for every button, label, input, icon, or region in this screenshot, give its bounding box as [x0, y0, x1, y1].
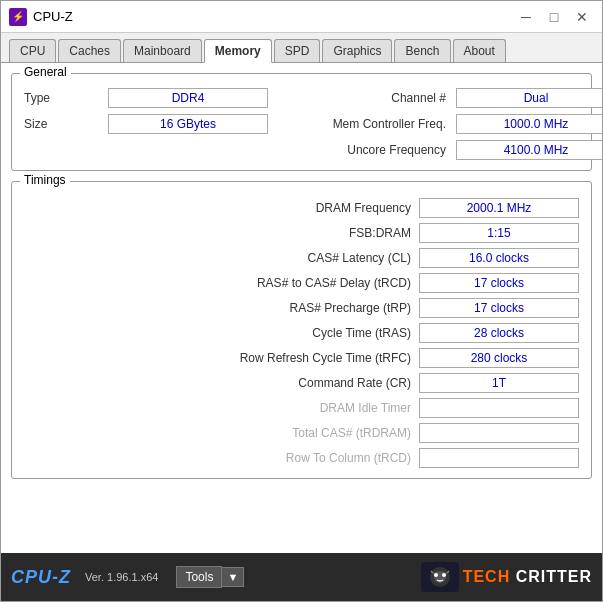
timing-label-2: CAS# Latency (CL) [24, 251, 419, 265]
timing-label-9: Total CAS# (tRDRAM) [24, 426, 419, 440]
minimize-button[interactable]: ─ [514, 5, 538, 29]
tools-dropdown-arrow[interactable]: ▼ [222, 567, 244, 587]
app-icon: ⚡ [9, 8, 27, 26]
timing-value-3: 17 clocks [419, 273, 579, 293]
timing-value-4: 17 clocks [419, 298, 579, 318]
close-button[interactable]: ✕ [570, 5, 594, 29]
uncore-value: 4100.0 MHz [456, 140, 602, 160]
svg-point-2 [442, 573, 446, 577]
timing-label-7: Command Rate (CR) [24, 376, 419, 390]
size-label: Size [24, 117, 104, 131]
tab-spd[interactable]: SPD [274, 39, 321, 62]
tab-bar: CPU Caches Mainboard Memory SPD Graphics… [1, 33, 602, 63]
tc-text: TECH CRITTER [463, 568, 592, 586]
timing-label-1: FSB:DRAM [24, 226, 419, 240]
main-window: ⚡ CPU-Z ─ □ ✕ CPU Caches Mainboard Memor… [0, 0, 603, 602]
footer: CPU-Z Ver. 1.96.1.x64 Tools ▼ TECH CRITT [1, 553, 602, 601]
tools-label[interactable]: Tools [176, 566, 222, 588]
timing-value-2: 16.0 clocks [419, 248, 579, 268]
timing-label-8: DRAM Idle Timer [24, 401, 419, 415]
tech-critter-branding: TECH CRITTER [421, 562, 592, 592]
tab-caches[interactable]: Caches [58, 39, 121, 62]
svg-point-1 [434, 573, 438, 577]
channel-value: Dual [456, 88, 602, 108]
timing-value-5: 28 clocks [419, 323, 579, 343]
timing-label-0: DRAM Frequency [24, 201, 419, 215]
tab-graphics[interactable]: Graphics [322, 39, 392, 62]
size-value: 16 GBytes [108, 114, 268, 134]
tc-icon [421, 562, 459, 592]
main-content: General Type DDR4 Channel # Dual Size 16… [1, 63, 602, 553]
timings-group-label: Timings [20, 173, 70, 187]
tools-button-group: Tools ▼ [176, 566, 244, 588]
type-value: DDR4 [108, 88, 268, 108]
title-bar: ⚡ CPU-Z ─ □ ✕ [1, 1, 602, 33]
general-grid: Type DDR4 Channel # Dual Size 16 GBytes … [24, 88, 579, 160]
tab-cpu[interactable]: CPU [9, 39, 56, 62]
tab-memory[interactable]: Memory [204, 39, 272, 63]
timing-value-7: 1T [419, 373, 579, 393]
timing-label-4: RAS# Precharge (tRP) [24, 301, 419, 315]
type-label: Type [24, 91, 104, 105]
mem-ctrl-value: 1000.0 MHz [456, 114, 602, 134]
timing-value-8 [419, 398, 579, 418]
uncore-label: Uncore Frequency [272, 143, 452, 157]
timings-group: Timings DRAM Frequency2000.1 MHzFSB:DRAM… [11, 181, 592, 479]
timing-label-6: Row Refresh Cycle Time (tRFC) [24, 351, 419, 365]
window-title: CPU-Z [33, 9, 514, 24]
mem-ctrl-label: Mem Controller Freq. [272, 117, 452, 131]
timing-label-5: Cycle Time (tRAS) [24, 326, 419, 340]
channel-label: Channel # [272, 91, 452, 105]
general-group: General Type DDR4 Channel # Dual Size 16… [11, 73, 592, 171]
window-controls: ─ □ ✕ [514, 5, 594, 29]
timings-grid: DRAM Frequency2000.1 MHzFSB:DRAM1:15CAS#… [24, 198, 579, 468]
timing-value-6: 280 clocks [419, 348, 579, 368]
maximize-button[interactable]: □ [542, 5, 566, 29]
timing-value-10 [419, 448, 579, 468]
general-group-label: General [20, 65, 71, 79]
tab-mainboard[interactable]: Mainboard [123, 39, 202, 62]
timing-value-9 [419, 423, 579, 443]
tab-about[interactable]: About [453, 39, 506, 62]
tab-bench[interactable]: Bench [394, 39, 450, 62]
timing-value-0: 2000.1 MHz [419, 198, 579, 218]
timing-label-10: Row To Column (tRCD) [24, 451, 419, 465]
footer-version: Ver. 1.96.1.x64 [85, 571, 158, 583]
footer-logo: CPU-Z [11, 567, 71, 588]
timing-value-1: 1:15 [419, 223, 579, 243]
timing-label-3: RAS# to CAS# Delay (tRCD) [24, 276, 419, 290]
